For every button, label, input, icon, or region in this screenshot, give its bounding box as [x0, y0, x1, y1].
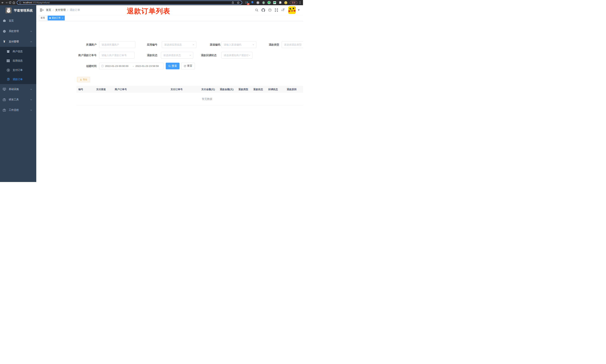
sidebar-item-label: 支付管理 [9, 40, 19, 43]
tab-home[interactable]: 首页 [39, 16, 47, 20]
filter-label-merchant-refund-no: 商户退款订单号 [72, 52, 96, 59]
filter-label-channel: 渠道编码 [196, 41, 220, 48]
sidebar-item-system[interactable]: 系统管理 [0, 26, 36, 37]
app-select[interactable] [162, 41, 197, 48]
tab-refund-order[interactable]: 退款订单 × [48, 16, 65, 20]
notify-status-input[interactable] [222, 52, 252, 58]
breadcrumb: 首页 / 支付管理 / 退款订单 [46, 8, 80, 12]
export-button-label: 导出 [83, 78, 87, 81]
extension-command-icon[interactable]: ⌘ [256, 1, 260, 4]
briefcase-icon [3, 109, 6, 112]
col-pay-amount: 支付金额(元) [199, 88, 218, 91]
sidebar-item-devtools[interactable]: 研发工具 [0, 94, 36, 105]
sidebar-item-label: 首页 [9, 19, 14, 23]
address-bar[interactable]: localhost:1024/pay/refund [17, 0, 242, 5]
browser-forward-button[interactable] [4, 1, 8, 4]
sidebar-item-refund-order[interactable]: 退款订单 [0, 75, 36, 84]
date-end-value[interactable]: 2022-01-23 23:59:59 [135, 65, 161, 67]
breadcrumb-pay[interactable]: 支付管理 [55, 8, 66, 12]
sidebar-item-merchant-info[interactable]: 商户信息 [0, 47, 36, 56]
sidebar-logo[interactable]: 芋道管理系统 [0, 5, 36, 16]
browser-reload-button[interactable] [8, 1, 12, 4]
extension-y-icon[interactable]: y [267, 1, 271, 4]
refund-type-input[interactable] [282, 41, 303, 48]
bookmark-star-icon[interactable] [236, 1, 240, 4]
table-grid-icon [7, 60, 10, 62]
github-icon[interactable] [262, 8, 265, 12]
merchant-select[interactable] [99, 41, 135, 48]
extension-emoji-icon[interactable] [284, 1, 287, 4]
sidebar-item-label: 商户信息 [13, 50, 23, 53]
sidebar-item-workflow[interactable]: 工作流程 [0, 105, 36, 115]
merchant-refund-no-input[interactable] [99, 52, 134, 58]
svg-text:⌘: ⌘ [257, 2, 259, 4]
extension-chat-icon[interactable] [273, 1, 276, 4]
export-button[interactable]: 导出 [77, 77, 90, 82]
extension-camera-icon[interactable] [262, 1, 265, 4]
reset-button[interactable]: 重置 [181, 63, 195, 69]
refund-status-select[interactable] [161, 52, 193, 59]
chevron-down-icon [30, 99, 32, 101]
avatar[interactable] [288, 6, 296, 14]
merchant-refund-no-field[interactable] [99, 52, 134, 59]
browser-update-button[interactable]: 更新 [290, 1, 297, 4]
site-info-icon[interactable] [19, 1, 21, 4]
browser-menu-icon[interactable] [300, 1, 300, 4]
sidebar-item-infra[interactable]: 基础设施 [0, 84, 36, 94]
sidebar-item-label: 研发工具 [9, 98, 19, 101]
col-id: 编号 [77, 88, 94, 91]
refund-status-input[interactable] [161, 52, 193, 58]
browser-back-button[interactable] [1, 1, 4, 4]
tab-label: 首页 [40, 16, 45, 20]
dashboard-icon [3, 19, 6, 23]
create-time-range-picker[interactable]: 2022-01-23 00:00:00 - 2022-01-23 23:59:5… [99, 63, 163, 69]
tags-view-bar: 首页 退款订单 × [36, 15, 303, 21]
breadcrumb-home[interactable]: 首页 [46, 8, 51, 12]
extensions-puzzle-icon[interactable] [279, 1, 282, 4]
extension-tabs-icon[interactable]: 10 [245, 1, 248, 4]
share-icon[interactable] [231, 1, 235, 4]
refund-type-select[interactable] [282, 41, 303, 48]
sidebar-item-label: 应用信息 [13, 59, 23, 63]
help-icon[interactable]: ? [268, 8, 272, 12]
col-pay-order-no: 支付订单号 [169, 88, 199, 91]
sidebar-item-label: 工作流程 [9, 108, 19, 112]
app-input[interactable] [162, 41, 196, 48]
fullscreen-icon[interactable] [275, 8, 278, 12]
col-refund-status: 退款状态 [251, 88, 266, 91]
col-refund-amount: 退款金额(元) [218, 88, 237, 91]
search-button[interactable]: 搜索 [166, 63, 180, 69]
chevron-down-icon [30, 109, 32, 111]
logo-rabbit-image [6, 7, 12, 13]
filter-label-refund-type: 退款类型 [255, 41, 279, 48]
browser-toolbar: localhost:1024/pay/refund 10 ⌘ y [0, 0, 303, 5]
sidebar-item-app-info[interactable]: 应用信息 [0, 56, 36, 65]
yen-icon: ¥ [3, 40, 6, 43]
sidebar-item-pay[interactable]: ¥ 支付管理 [0, 37, 36, 47]
col-merchant-order-no: 商户订单号 [113, 88, 169, 91]
tab-label: 退款订单 [52, 16, 61, 20]
sidebar-item-home[interactable]: 首页 [0, 16, 36, 26]
url-path: :1024/pay/refund [32, 1, 50, 4]
search-button-label: 搜索 [172, 64, 177, 68]
col-refund-type: 退款类型 [237, 88, 251, 91]
col-refund-reason: 退款原因 [285, 88, 303, 91]
search-icon[interactable] [255, 9, 258, 12]
col-pay-channel: 支付渠道 [94, 88, 113, 91]
chevron-up-icon [30, 41, 32, 43]
browser-home-button[interactable] [12, 1, 16, 4]
url-text[interactable]: localhost:1024/pay/refund [23, 1, 50, 4]
reset-button-label: 重置 [187, 64, 192, 68]
hamburger-icon[interactable] [36, 9, 45, 12]
channel-select[interactable] [221, 41, 256, 48]
sidebar-item-pay-order[interactable]: ¥ 支付订单 [0, 65, 36, 75]
merchant-input[interactable] [99, 41, 135, 48]
extension-balloon-icon[interactable] [251, 1, 254, 4]
channel-input[interactable] [222, 41, 256, 48]
pay-submenu: 商户信息 应用信息 ¥ 支付订单 退款订单 [0, 47, 36, 84]
notify-status-select[interactable] [221, 52, 252, 59]
date-start-value[interactable]: 2022-01-23 00:00:00 [105, 65, 131, 67]
tab-close-icon[interactable]: × [62, 17, 63, 19]
caret-down-icon[interactable] [298, 10, 300, 11]
font-size-icon[interactable] [281, 9, 285, 12]
